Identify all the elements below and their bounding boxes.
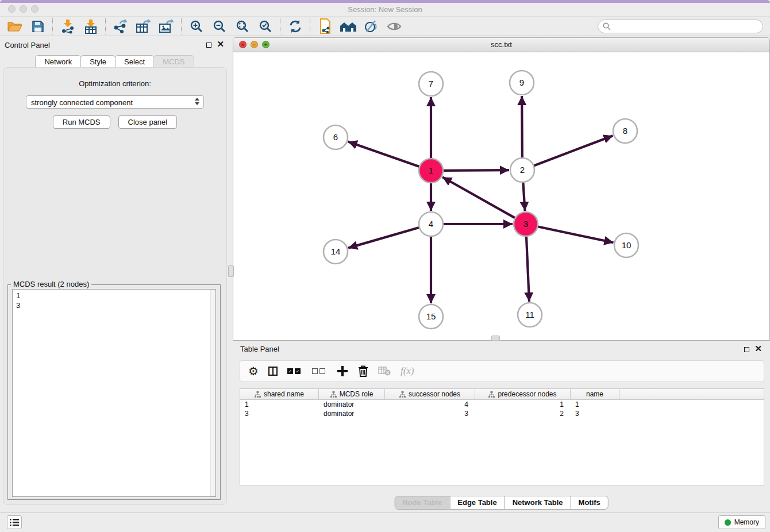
table-settings-button[interactable]: ⚙ xyxy=(248,365,259,377)
table-close-icon[interactable]: ✕ xyxy=(754,344,762,354)
export-image-button[interactable] xyxy=(155,18,178,35)
save-session-button[interactable] xyxy=(26,18,49,35)
tab-edge-table[interactable]: Edge Table xyxy=(449,496,504,509)
tab-mcds[interactable]: MCDS xyxy=(153,55,194,68)
home-icon xyxy=(340,20,357,33)
graph-edge-1-6[interactable] xyxy=(348,142,422,168)
close-panel-icon[interactable]: ✕ xyxy=(217,39,224,49)
search-input[interactable] xyxy=(614,22,763,31)
plus-icon xyxy=(337,365,348,377)
cell-predecessor-nodes: 2 xyxy=(475,410,571,418)
column-header-predecessor-nodes[interactable]: predecessor nodes xyxy=(475,389,571,399)
horizontal-splitter-grip[interactable] xyxy=(491,336,500,341)
zoom-in-button[interactable] xyxy=(185,18,208,35)
export-table-button[interactable] xyxy=(132,18,155,35)
dropdown-stepper-icon xyxy=(195,98,199,105)
session-title: Session: New Session xyxy=(0,5,770,14)
column-header-successor-nodes[interactable]: successor nodes xyxy=(385,389,475,399)
gear-icon: ⚙ xyxy=(248,365,259,377)
clone-network-button[interactable] xyxy=(314,18,337,35)
tab-motifs[interactable]: Motifs xyxy=(571,496,608,509)
cell-mcds-role: dominator xyxy=(319,410,385,418)
column-header-shared-name[interactable]: shared name xyxy=(240,389,319,399)
show-columns-button[interactable] xyxy=(268,367,278,376)
add-row-button[interactable] xyxy=(337,365,348,377)
mcds-result-text[interactable]: 1 3 xyxy=(12,289,216,497)
run-mcds-button[interactable]: Run MCDS xyxy=(53,115,110,129)
delete-table-icon xyxy=(378,367,391,376)
column-label: MCDS role xyxy=(340,390,374,398)
mcds-panel: Optimization criterion: strongly connect… xyxy=(3,67,227,505)
search-field[interactable] xyxy=(598,20,763,33)
clone-network-icon xyxy=(318,18,332,34)
column-header-mcds-role[interactable]: MCDS role xyxy=(319,389,385,399)
import-network-button[interactable] xyxy=(56,18,79,35)
import-table-button[interactable] xyxy=(79,18,102,35)
apply-style-button[interactable] xyxy=(360,18,383,35)
optimization-criterion-dropdown[interactable]: strongly connected component xyxy=(26,95,204,109)
unchecked-box-icon xyxy=(319,368,325,374)
search-icon xyxy=(603,22,611,30)
tab-network[interactable]: Network xyxy=(35,55,81,68)
zoom-in-icon xyxy=(190,20,203,33)
main-toolbar xyxy=(0,16,770,36)
graph-edge-2-9[interactable] xyxy=(522,96,522,160)
deselect-all-rows-button[interactable] xyxy=(312,368,327,374)
task-history-button[interactable] xyxy=(7,515,22,529)
table-row[interactable]: 3 dominator 3 2 3 xyxy=(240,409,764,418)
graph-node-label-6: 6 xyxy=(333,132,338,142)
cell-name: 1 xyxy=(571,400,619,408)
optimization-criterion-label: Optimization criterion: xyxy=(3,79,226,88)
open-file-button[interactable] xyxy=(3,18,26,35)
list-icon xyxy=(10,519,19,526)
graph-edge-4-14[interactable] xyxy=(348,227,422,248)
result-line: 3 xyxy=(16,300,212,310)
zoom-fit-button[interactable] xyxy=(231,18,254,35)
zoom-out-button[interactable] xyxy=(208,18,231,35)
panel-splitter-grip[interactable] xyxy=(228,265,234,277)
tab-style[interactable]: Style xyxy=(80,55,116,68)
function-builder-button[interactable]: f(x) xyxy=(401,365,414,377)
tab-select[interactable]: Select xyxy=(115,55,154,68)
show-hide-button[interactable] xyxy=(383,18,406,35)
home-button[interactable] xyxy=(337,18,360,35)
graph-edge-3-1[interactable] xyxy=(442,177,517,219)
hierarchy-icon xyxy=(255,391,261,398)
delete-row-button[interactable] xyxy=(358,365,368,377)
cell-shared-name: 3 xyxy=(240,410,319,418)
eye-icon xyxy=(387,21,402,32)
refresh-view-button[interactable] xyxy=(284,18,307,35)
tab-node-table[interactable]: Node Table xyxy=(395,496,449,509)
graph-edge-2-3[interactable] xyxy=(523,180,525,211)
apply-style-icon xyxy=(364,20,378,33)
graph-node-label-2: 2 xyxy=(520,165,525,175)
float-panel-icon[interactable] xyxy=(206,43,211,48)
table-float-icon[interactable] xyxy=(744,347,749,352)
graph-edge-2-8[interactable] xyxy=(532,136,613,167)
dropdown-value: strongly connected component xyxy=(31,98,133,107)
table-row[interactable]: 1 dominator 4 1 1 xyxy=(240,400,764,409)
result-scrollbar[interactable] xyxy=(210,290,215,496)
graph-node-label-14: 14 xyxy=(331,246,341,256)
graph-edge-3-11[interactable] xyxy=(526,234,529,302)
open-folder-icon xyxy=(7,21,22,32)
graph-edge-3-10[interactable] xyxy=(536,226,614,243)
checked-box-icon: ✓ xyxy=(287,368,293,374)
network-window-title: scc.txt xyxy=(233,40,769,49)
memory-button[interactable]: Memory xyxy=(718,515,765,529)
network-canvas-area[interactable]: 7968124314101511 xyxy=(233,52,769,340)
network-window-titlebar[interactable]: × − + scc.txt xyxy=(233,38,769,52)
toolbar-separator xyxy=(52,18,53,34)
export-network-button[interactable] xyxy=(109,18,132,35)
tab-network-table[interactable]: Network Table xyxy=(505,496,571,509)
zoom-selected-button[interactable] xyxy=(254,18,277,35)
app-titlebar: Session: New Session xyxy=(0,3,770,16)
network-graph[interactable]: 7968124314101511 xyxy=(233,52,769,340)
column-header-name[interactable]: name xyxy=(571,389,619,399)
select-all-rows-button[interactable]: ✓✓ xyxy=(287,368,302,374)
close-panel-button[interactable]: Close panel xyxy=(118,115,178,129)
graph-node-label-1: 1 xyxy=(429,165,433,175)
graph-edge-1-2[interactable] xyxy=(441,170,509,171)
delete-table-button[interactable] xyxy=(378,367,391,376)
zoom-fit-icon xyxy=(236,20,249,33)
